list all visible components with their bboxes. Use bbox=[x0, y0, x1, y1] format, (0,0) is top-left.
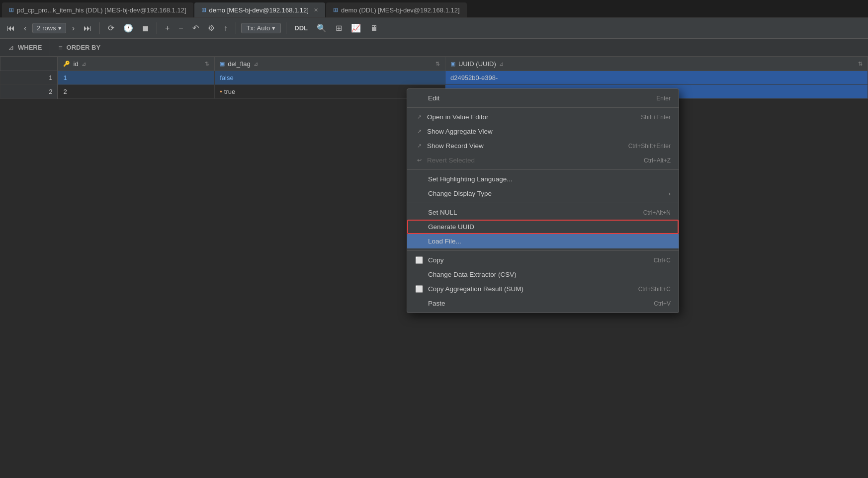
copy-icon: ⬜ bbox=[415, 256, 423, 264]
col-header-del-flag[interactable]: ▣ del_flag ⊿ ⇅ bbox=[215, 57, 445, 71]
menu-item-revert-selected[interactable]: ↩ Revert Selected Ctrl+Alt+Z bbox=[407, 153, 679, 167]
last-row-button[interactable]: ⏭ bbox=[81, 22, 94, 35]
undo-button[interactable]: ↶ bbox=[189, 21, 202, 35]
tab-bar: ⊞ pd_cp_pro...k_item_his (DDL) [MES-bj-d… bbox=[0, 0, 868, 18]
rows-dropdown-icon: ▾ bbox=[58, 24, 62, 32]
paste-shortcut: Ctrl+V bbox=[654, 300, 671, 307]
menu-revert-selected-label: Revert Selected bbox=[427, 157, 475, 164]
menu-show-aggregate-label: Show Aggregate View bbox=[427, 128, 493, 135]
db-icon-2: ⊞ bbox=[201, 6, 206, 13]
id-sort-icon[interactable]: ⇅ bbox=[205, 61, 209, 67]
col-header-uuid[interactable]: ▣ UUID (UUID) ⊿ ⇅ bbox=[445, 57, 868, 71]
stop-button[interactable]: ◼ bbox=[139, 21, 152, 35]
search-button[interactable]: 🔍 bbox=[314, 21, 330, 35]
add-row-button[interactable]: + bbox=[162, 22, 173, 35]
set-null-shortcut: Ctrl+Alt+N bbox=[643, 209, 671, 216]
row-num-1: 1 bbox=[0, 71, 58, 85]
context-menu: Edit Enter ↗ Open in Value Editor Shift+… bbox=[407, 88, 679, 313]
open-value-editor-shortcut: Shift+Enter bbox=[641, 114, 671, 121]
menu-item-show-aggregate-view[interactable]: ↗ Show Aggregate View bbox=[407, 124, 679, 139]
cell-row1-uuid[interactable]: d24952b0-e398- bbox=[445, 71, 868, 85]
revert-icon: ↩ bbox=[415, 157, 423, 163]
menu-item-generate-uuid[interactable]: Generate UUID bbox=[407, 220, 679, 234]
tab-3[interactable]: ⊞ demo (DDL) [MES-bj-dev@192.168.1.12] bbox=[326, 2, 467, 17]
menu-item-set-highlighting[interactable]: Set Highlighting Language... bbox=[407, 172, 679, 186]
row-num-2: 2 bbox=[0, 85, 58, 99]
tx-dropdown-icon: ▾ bbox=[272, 24, 275, 32]
id-filter-icon[interactable]: ⊿ bbox=[82, 61, 86, 67]
menu-change-display-type-label: Change Display Type bbox=[428, 190, 492, 197]
sep-4 bbox=[286, 22, 286, 34]
where-section: ⊿ WHERE bbox=[0, 39, 50, 56]
modified-indicator: • bbox=[220, 88, 222, 95]
cell-row2-id[interactable]: 2 bbox=[58, 85, 214, 99]
uuid-col-icon: ▣ bbox=[450, 61, 455, 67]
prev-row-button[interactable]: ‹ bbox=[21, 22, 29, 35]
uuid-sort-icon[interactable]: ⇅ bbox=[858, 61, 863, 67]
sep-1 bbox=[99, 22, 100, 34]
separator-1 bbox=[407, 107, 679, 108]
copy-aggregation-shortcut: Ctrl+Shift+C bbox=[638, 286, 671, 293]
table-row[interactable]: 1 1 false d24952b0-e398- bbox=[0, 71, 868, 85]
tx-label: Tx: Auto bbox=[247, 24, 270, 32]
del-flag-filter-icon[interactable]: ⊿ bbox=[254, 61, 258, 67]
menu-item-change-display-type[interactable]: Change Display Type › bbox=[407, 186, 679, 201]
order-filter-icon: ≡ bbox=[58, 44, 62, 52]
upload-button[interactable]: ↑ bbox=[221, 22, 231, 35]
grid-button[interactable]: ⊞ bbox=[333, 21, 345, 35]
tx-selector[interactable]: Tx: Auto ▾ bbox=[241, 23, 281, 33]
tab-3-label: demo (DDL) [MES-bj-dev@192.168.1.12] bbox=[341, 6, 460, 14]
id-col-icon: 🔑 bbox=[63, 61, 70, 67]
settings-button[interactable]: ⚙ bbox=[205, 21, 218, 35]
db-icon-1: ⊞ bbox=[9, 6, 14, 13]
uuid-filter-icon[interactable]: ⊿ bbox=[499, 61, 504, 67]
menu-change-data-extractor-label: Change Data Extractor (CSV) bbox=[428, 271, 517, 278]
display-type-arrow: › bbox=[669, 190, 671, 197]
order-by-section: ≡ ORDER BY bbox=[50, 39, 108, 56]
menu-item-copy[interactable]: ⬜ Copy Ctrl+C bbox=[407, 253, 679, 267]
menu-item-copy-aggregation[interactable]: ⬜ Copy Aggregation Result (SUM) Ctrl+Shi… bbox=[407, 282, 679, 296]
menu-item-open-value-editor[interactable]: ↗ Open in Value Editor Shift+Enter bbox=[407, 110, 679, 124]
order-by-label: ORDER BY bbox=[67, 44, 101, 51]
show-aggregate-expand-icon: ↗ bbox=[415, 128, 423, 135]
menu-copy-label: Copy bbox=[428, 256, 444, 264]
refresh-button[interactable]: ⟳ bbox=[105, 21, 117, 35]
menu-item-show-record-view[interactable]: ↗ Show Record View Ctrl+Shift+Enter bbox=[407, 139, 679, 153]
menu-item-load-file[interactable]: Load File... bbox=[407, 234, 679, 248]
tab-2-close[interactable]: ✕ bbox=[314, 7, 318, 13]
menu-paste-label: Paste bbox=[428, 300, 445, 307]
col-id-label: id bbox=[73, 60, 78, 68]
del-flag-col-icon: ▣ bbox=[220, 61, 225, 67]
del-flag-sort-icon[interactable]: ⇅ bbox=[435, 61, 440, 67]
cell-row1-del-flag[interactable]: false bbox=[215, 71, 445, 85]
menu-copy-aggregation-label: Copy Aggregation Result (SUM) bbox=[428, 285, 523, 293]
show-record-shortcut: Ctrl+Shift+Enter bbox=[628, 143, 671, 150]
rows-label: 2 rows bbox=[37, 24, 56, 32]
col-del-flag-label: del_flag bbox=[228, 60, 251, 68]
menu-item-edit[interactable]: Edit Enter bbox=[407, 91, 679, 105]
toolbar: ⏮ ‹ 2 rows ▾ › ⏭ ⟳ 🕐 ◼ + − ↶ ⚙ ↑ Tx: Aut… bbox=[0, 18, 868, 39]
menu-item-set-null[interactable]: Set NULL Ctrl+Alt+N bbox=[407, 205, 679, 220]
ddl-button[interactable]: DDL bbox=[291, 22, 311, 34]
menu-load-file-label: Load File... bbox=[428, 238, 461, 245]
rows-selector[interactable]: 2 rows ▾ bbox=[32, 23, 66, 33]
edit-shortcut: Enter bbox=[656, 95, 671, 102]
tab-2[interactable]: ⊞ demo [MES-bj-dev@192.168.1.12] ✕ bbox=[194, 2, 325, 17]
menu-set-null-label: Set NULL bbox=[428, 209, 457, 216]
chart-button[interactable]: 📈 bbox=[348, 21, 364, 35]
menu-item-paste[interactable]: Paste Ctrl+V bbox=[407, 296, 679, 311]
tab-1[interactable]: ⊞ pd_cp_pro...k_item_his (DDL) [MES-bj-d… bbox=[2, 2, 193, 17]
menu-item-change-data-extractor[interactable]: Change Data Extractor (CSV) bbox=[407, 267, 679, 282]
menu-show-record-label: Show Record View bbox=[427, 142, 484, 150]
menu-edit-label: Edit bbox=[428, 94, 439, 102]
copy-shortcut: Ctrl+C bbox=[654, 257, 671, 264]
first-row-button[interactable]: ⏮ bbox=[4, 22, 18, 35]
menu-open-value-editor-label: Open in Value Editor bbox=[427, 113, 489, 121]
delete-row-button[interactable]: − bbox=[175, 22, 186, 35]
col-header-id[interactable]: 🔑 id ⊿ ⇅ bbox=[58, 57, 214, 71]
monitor-button[interactable]: 🖥 bbox=[367, 22, 381, 35]
history-button[interactable]: 🕐 bbox=[120, 21, 136, 35]
next-row-button[interactable]: › bbox=[69, 22, 78, 35]
cell-row1-id[interactable]: 1 bbox=[58, 71, 214, 85]
where-filter-icon: ⊿ bbox=[8, 44, 14, 52]
